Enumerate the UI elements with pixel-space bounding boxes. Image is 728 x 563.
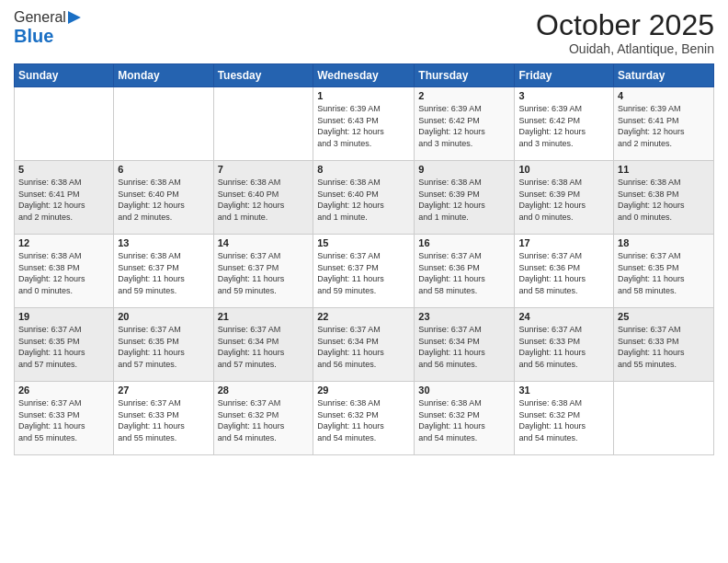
logo-general-text: General — [14, 9, 66, 26]
day-number: 17 — [518, 237, 609, 248]
day-info: Sunrise: 6:39 AM Sunset: 6:42 PM Dayligh… — [518, 103, 609, 149]
day-number: 6 — [118, 164, 209, 175]
day-number: 14 — [218, 237, 310, 248]
day-number: 15 — [317, 237, 410, 248]
day-number: 18 — [618, 237, 710, 248]
day-number: 7 — [218, 164, 310, 175]
calendar-cell: 28Sunrise: 6:37 AM Sunset: 6:32 PM Dayli… — [213, 382, 313, 455]
day-number: 30 — [418, 385, 510, 396]
day-number: 29 — [317, 385, 410, 396]
col-saturday: Saturday — [614, 64, 714, 87]
day-info: Sunrise: 6:38 AM Sunset: 6:38 PM Dayligh… — [18, 250, 109, 296]
day-number: 19 — [18, 311, 109, 322]
day-info: Sunrise: 6:37 AM Sunset: 6:36 PM Dayligh… — [518, 250, 609, 296]
day-number: 24 — [518, 311, 609, 322]
col-friday: Friday — [515, 64, 614, 87]
day-info: Sunrise: 6:37 AM Sunset: 6:37 PM Dayligh… — [317, 250, 410, 296]
calendar-cell: 27Sunrise: 6:37 AM Sunset: 6:33 PM Dayli… — [114, 382, 213, 455]
calendar-cell: 9Sunrise: 6:38 AM Sunset: 6:39 PM Daylig… — [415, 161, 515, 235]
day-info: Sunrise: 6:38 AM Sunset: 6:39 PM Dayligh… — [518, 177, 609, 223]
day-info: Sunrise: 6:38 AM Sunset: 6:32 PM Dayligh… — [418, 397, 510, 443]
calendar-cell: 23Sunrise: 6:37 AM Sunset: 6:34 PM Dayli… — [415, 308, 515, 382]
calendar-cell: 17Sunrise: 6:37 AM Sunset: 6:36 PM Dayli… — [515, 235, 614, 308]
day-info: Sunrise: 6:38 AM Sunset: 6:40 PM Dayligh… — [118, 177, 209, 223]
day-info: Sunrise: 6:39 AM Sunset: 6:41 PM Dayligh… — [618, 103, 710, 149]
page: General Blue October 2025 Ouidah, Atlant… — [0, 0, 728, 563]
day-number: 31 — [518, 385, 609, 396]
month-title: October 2025 — [536, 9, 714, 41]
calendar-cell: 19Sunrise: 6:37 AM Sunset: 6:35 PM Dayli… — [15, 308, 114, 382]
day-info: Sunrise: 6:38 AM Sunset: 6:40 PM Dayligh… — [218, 177, 310, 223]
day-number: 28 — [218, 385, 310, 396]
day-number: 11 — [618, 164, 710, 175]
calendar-cell: 14Sunrise: 6:37 AM Sunset: 6:37 PM Dayli… — [213, 235, 313, 308]
day-info: Sunrise: 6:38 AM Sunset: 6:32 PM Dayligh… — [317, 397, 410, 443]
day-number: 10 — [518, 164, 609, 175]
header: General Blue October 2025 Ouidah, Atlant… — [14, 9, 714, 56]
calendar-cell: 21Sunrise: 6:37 AM Sunset: 6:34 PM Dayli… — [213, 308, 313, 382]
day-info: Sunrise: 6:38 AM Sunset: 6:38 PM Dayligh… — [618, 177, 710, 223]
day-info: Sunrise: 6:38 AM Sunset: 6:32 PM Dayligh… — [518, 397, 609, 443]
calendar-cell: 22Sunrise: 6:37 AM Sunset: 6:34 PM Dayli… — [313, 308, 415, 382]
day-info: Sunrise: 6:37 AM Sunset: 6:35 PM Dayligh… — [618, 250, 710, 296]
day-number: 25 — [618, 311, 710, 322]
day-number: 8 — [317, 164, 410, 175]
calendar-week-5: 26Sunrise: 6:37 AM Sunset: 6:33 PM Dayli… — [15, 382, 714, 455]
day-info: Sunrise: 6:37 AM Sunset: 6:33 PM Dayligh… — [18, 397, 109, 443]
day-info: Sunrise: 6:37 AM Sunset: 6:34 PM Dayligh… — [418, 324, 510, 370]
calendar-week-1: 1Sunrise: 6:39 AM Sunset: 6:43 PM Daylig… — [15, 87, 714, 161]
calendar-week-3: 12Sunrise: 6:38 AM Sunset: 6:38 PM Dayli… — [15, 235, 714, 308]
calendar-cell: 18Sunrise: 6:37 AM Sunset: 6:35 PM Dayli… — [614, 235, 714, 308]
logo: General Blue — [14, 9, 81, 47]
col-sunday: Sunday — [15, 64, 114, 87]
calendar-cell: 31Sunrise: 6:38 AM Sunset: 6:32 PM Dayli… — [515, 382, 614, 455]
calendar: Sunday Monday Tuesday Wednesday Thursday… — [14, 63, 714, 455]
day-info: Sunrise: 6:37 AM Sunset: 6:33 PM Dayligh… — [518, 324, 609, 370]
calendar-week-4: 19Sunrise: 6:37 AM Sunset: 6:35 PM Dayli… — [15, 308, 714, 382]
col-tuesday: Tuesday — [213, 64, 313, 87]
calendar-cell: 26Sunrise: 6:37 AM Sunset: 6:33 PM Dayli… — [15, 382, 114, 455]
day-number: 27 — [118, 385, 209, 396]
calendar-cell: 30Sunrise: 6:38 AM Sunset: 6:32 PM Dayli… — [415, 382, 515, 455]
calendar-cell: 11Sunrise: 6:38 AM Sunset: 6:38 PM Dayli… — [614, 161, 714, 235]
day-info: Sunrise: 6:38 AM Sunset: 6:37 PM Dayligh… — [118, 250, 209, 296]
day-info: Sunrise: 6:39 AM Sunset: 6:42 PM Dayligh… — [418, 103, 510, 149]
day-number: 16 — [418, 237, 510, 248]
day-info: Sunrise: 6:37 AM Sunset: 6:33 PM Dayligh… — [618, 324, 710, 370]
calendar-cell: 15Sunrise: 6:37 AM Sunset: 6:37 PM Dayli… — [313, 235, 415, 308]
calendar-cell: 7Sunrise: 6:38 AM Sunset: 6:40 PM Daylig… — [213, 161, 313, 235]
day-info: Sunrise: 6:38 AM Sunset: 6:39 PM Dayligh… — [418, 177, 510, 223]
calendar-cell: 25Sunrise: 6:37 AM Sunset: 6:33 PM Dayli… — [614, 308, 714, 382]
day-number: 3 — [518, 90, 609, 101]
day-number: 12 — [18, 237, 109, 248]
calendar-cell: 12Sunrise: 6:38 AM Sunset: 6:38 PM Dayli… — [15, 235, 114, 308]
day-info: Sunrise: 6:37 AM Sunset: 6:36 PM Dayligh… — [418, 250, 510, 296]
title-block: October 2025 Ouidah, Atlantique, Benin — [536, 9, 714, 56]
day-info: Sunrise: 6:37 AM Sunset: 6:32 PM Dayligh… — [218, 397, 310, 443]
calendar-cell: 3Sunrise: 6:39 AM Sunset: 6:42 PM Daylig… — [515, 87, 614, 161]
day-info: Sunrise: 6:37 AM Sunset: 6:33 PM Dayligh… — [118, 397, 209, 443]
calendar-cell — [213, 87, 313, 161]
day-info: Sunrise: 6:37 AM Sunset: 6:37 PM Dayligh… — [218, 250, 310, 296]
calendar-cell: 5Sunrise: 6:38 AM Sunset: 6:41 PM Daylig… — [15, 161, 114, 235]
calendar-cell: 4Sunrise: 6:39 AM Sunset: 6:41 PM Daylig… — [614, 87, 714, 161]
calendar-cell: 24Sunrise: 6:37 AM Sunset: 6:33 PM Dayli… — [515, 308, 614, 382]
day-info: Sunrise: 6:39 AM Sunset: 6:43 PM Dayligh… — [317, 103, 410, 149]
day-number: 9 — [418, 164, 510, 175]
calendar-cell: 29Sunrise: 6:38 AM Sunset: 6:32 PM Dayli… — [313, 382, 415, 455]
logo-arrow-icon — [68, 11, 81, 24]
calendar-cell: 10Sunrise: 6:38 AM Sunset: 6:39 PM Dayli… — [515, 161, 614, 235]
day-number: 26 — [18, 385, 109, 396]
col-thursday: Thursday — [415, 64, 515, 87]
calendar-cell: 6Sunrise: 6:38 AM Sunset: 6:40 PM Daylig… — [114, 161, 213, 235]
day-info: Sunrise: 6:37 AM Sunset: 6:35 PM Dayligh… — [118, 324, 209, 370]
day-number: 2 — [418, 90, 510, 101]
calendar-cell — [15, 87, 114, 161]
col-wednesday: Wednesday — [313, 64, 415, 87]
calendar-cell — [614, 382, 714, 455]
day-number: 22 — [317, 311, 410, 322]
calendar-cell: 8Sunrise: 6:38 AM Sunset: 6:40 PM Daylig… — [313, 161, 415, 235]
calendar-cell: 13Sunrise: 6:38 AM Sunset: 6:37 PM Dayli… — [114, 235, 213, 308]
day-info: Sunrise: 6:38 AM Sunset: 6:41 PM Dayligh… — [18, 177, 109, 223]
day-number: 21 — [218, 311, 310, 322]
